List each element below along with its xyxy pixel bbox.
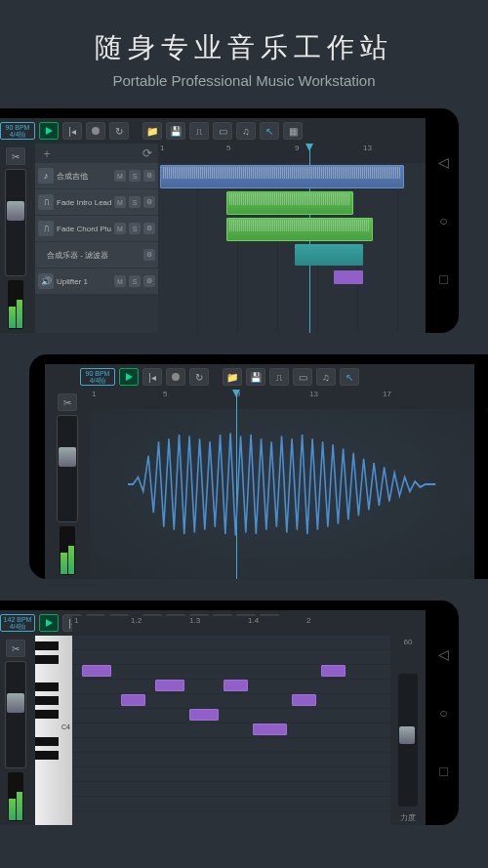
folder-button[interactable]: 📁 (142, 122, 162, 140)
midi-note[interactable] (155, 680, 184, 691)
tablet-button[interactable]: ▭ (213, 122, 232, 140)
play-button[interactable] (39, 122, 59, 140)
refresh-icon[interactable]: ⟳ (142, 146, 152, 160)
tempo-display[interactable]: 142 BPM 4/4拍 (0, 614, 35, 632)
toolbar: 90 BPM 4/4拍 |◂ ↻ 📁 💾 ⎍ ▭ ♫ ↖ ▦ (0, 118, 426, 144)
midi-note[interactable] (121, 694, 145, 706)
title-cn: 随身专业音乐工作站 (0, 29, 488, 66)
note-button[interactable]: ♫ (236, 122, 256, 140)
master-fader[interactable] (5, 169, 26, 276)
timeline-ruler[interactable]: 1 1.2 1.3 1.4 2 (72, 616, 390, 636)
tempo-display[interactable]: 90 BPM 4/4拍 (0, 122, 35, 140)
nav-home-icon[interactable]: ○ (438, 705, 449, 721)
clip[interactable] (226, 191, 353, 215)
settings-icon[interactable]: ⚙ (143, 275, 155, 287)
midi-note[interactable] (82, 665, 111, 677)
master-fader[interactable] (57, 415, 78, 522)
record-button[interactable] (166, 368, 185, 386)
phone-timeline: ◁ ○ □ 90 BPM 4/4拍 |◂ ↻ 📁 💾 ⎍ ▭ ♫ ↖ ▦ ✂ (0, 108, 459, 333)
midi-note[interactable] (253, 723, 287, 735)
nav-recent-icon[interactable]: □ (438, 764, 449, 779)
toolbar: 90 BPM 4/4拍 |◂ ↻ 📁 💾 ⎍ ▭ ♫ ↖ (45, 364, 474, 390)
track-row[interactable]: 合成乐器 - 滤波器 ⚙ (35, 242, 158, 268)
waveform-icon (128, 428, 435, 541)
phone-pianoroll: ◁ ○ □ 142 BPM 4/4拍 |◂ ↻ 📁 💾 ⎍ ▭ ♫ ↖ ✂ (0, 600, 459, 825)
nav-recent-icon[interactable]: □ (438, 271, 449, 287)
nav-back-icon[interactable]: ◁ (438, 154, 449, 170)
clip[interactable] (295, 244, 363, 266)
instrument-icon: ⎍ (38, 221, 54, 236)
velocity-panel: 60 力度 (390, 636, 426, 825)
grid-button[interactable]: ▦ (283, 122, 303, 140)
note-button[interactable]: ♫ (316, 368, 336, 386)
track-list: ＋ ⟳ ♪ 合成吉他 M S ⚙ ⎍ Fade Intro Lead M S ⚙ (35, 144, 158, 333)
level-meter (8, 772, 23, 821)
scissors-icon[interactable]: ✂ (58, 393, 77, 411)
clip[interactable] (160, 165, 404, 188)
rewind-button[interactable]: |◂ (62, 122, 82, 140)
phone-waveform: ◁ ○ □ 90 BPM 4/4拍 |◂ ↻ 📁 💾 ⎍ ▭ ♫ ↖ ✂ (29, 354, 488, 579)
settings-icon[interactable]: ⚙ (143, 223, 155, 234)
track-row[interactable]: 🔊 Uplifter 1 M S ⚙ (35, 269, 158, 294)
velocity-label: 力度 (390, 812, 426, 823)
midi-note[interactable] (321, 665, 346, 677)
instrument-icon: ⎍ (38, 194, 54, 210)
waveform-area[interactable]: 1 5 9 13 17 (90, 390, 474, 579)
timeline-ruler[interactable]: 1 5 9 13 (158, 144, 426, 163)
midi-note[interactable] (292, 694, 316, 706)
settings-icon[interactable]: ⚙ (143, 196, 155, 208)
clip-area[interactable]: 1 5 9 13 (158, 144, 426, 333)
add-track-button[interactable]: ＋ (41, 145, 53, 162)
timeline-ruler[interactable]: 1 5 9 13 17 (90, 390, 474, 409)
record-button[interactable] (86, 122, 105, 140)
loop-button[interactable]: ↻ (189, 368, 209, 386)
instrument-icon: ♪ (38, 168, 54, 184)
master-fader[interactable] (5, 661, 26, 768)
cursor-button[interactable]: ↖ (340, 368, 359, 386)
cursor-button[interactable]: ↖ (260, 122, 279, 140)
track-row[interactable]: ⎍ Fade Chord Pluck M S ⚙ (35, 216, 158, 241)
scissors-icon[interactable]: ✂ (6, 147, 25, 165)
velocity-value: 60 (390, 636, 426, 648)
loop-button[interactable]: ↻ (109, 122, 129, 140)
tablet-button[interactable]: ▭ (293, 368, 312, 386)
save-button[interactable]: 💾 (246, 368, 265, 386)
midi-note[interactable] (224, 680, 248, 691)
nav-back-icon[interactable]: ◁ (438, 646, 449, 662)
level-meter (8, 280, 23, 329)
midi-note[interactable] (189, 709, 219, 721)
speaker-icon: 🔊 (38, 273, 54, 289)
settings-icon[interactable]: ⚙ (143, 249, 155, 261)
tempo-display[interactable]: 90 BPM 4/4拍 (80, 368, 115, 386)
mixer-button[interactable]: ⎍ (269, 368, 289, 386)
velocity-slider[interactable] (398, 674, 418, 806)
folder-button[interactable]: 📁 (223, 368, 242, 386)
title-en: Portable Professional Music Workstation (0, 72, 488, 89)
clip[interactable] (334, 270, 363, 284)
track-row[interactable]: ⎍ Fade Intro Lead M S ⚙ (35, 189, 158, 215)
settings-icon[interactable]: ⚙ (143, 170, 155, 182)
piano-roll[interactable]: 1 1.2 1.3 1.4 2 (72, 636, 390, 825)
track-row[interactable]: ♪ 合成吉他 M S ⚙ (35, 163, 158, 188)
rewind-button[interactable]: |◂ (142, 368, 162, 386)
clip[interactable] (226, 218, 373, 241)
save-button[interactable]: 💾 (166, 122, 185, 140)
play-button[interactable] (39, 614, 59, 632)
mixer-button[interactable]: ⎍ (189, 122, 209, 140)
piano-keys[interactable]: C4 (35, 636, 72, 825)
scissors-icon[interactable]: ✂ (6, 640, 25, 657)
nav-home-icon[interactable]: ○ (438, 213, 449, 228)
level-meter (60, 526, 75, 575)
play-button[interactable] (119, 368, 139, 386)
